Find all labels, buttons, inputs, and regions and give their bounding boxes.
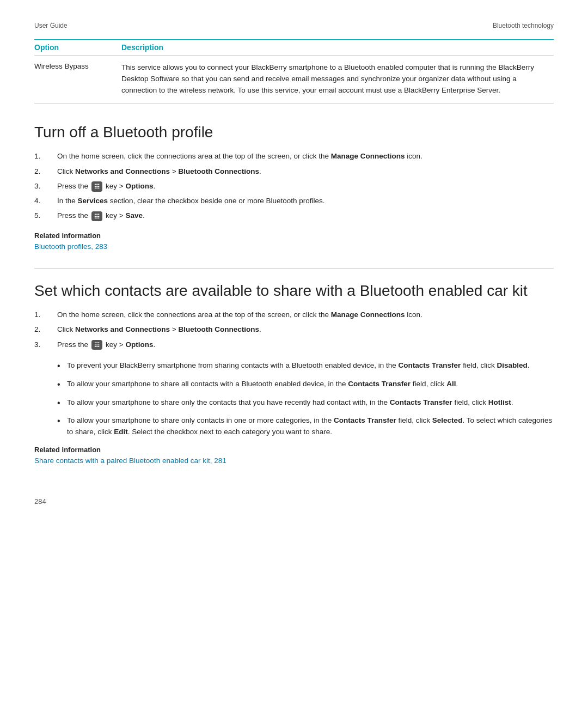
section2-bullets: • To prevent your BlackBerry smartphone … <box>57 360 554 438</box>
step-num: 1. <box>34 151 57 162</box>
step-1-5: 5. Press the ☷ key > Save. <box>34 210 554 221</box>
step-content: On the home screen, click the connection… <box>57 309 554 320</box>
step-num: 2. <box>34 324 57 335</box>
key-icon: ☷ <box>91 181 103 192</box>
section1-related-label: Related information <box>34 232 554 240</box>
step-1-1: 1. On the home screen, click the connect… <box>34 151 554 162</box>
header-right: Bluetooth technology <box>493 22 554 29</box>
section2-related-link[interactable]: Share contacts with a paired Bluetooth e… <box>34 457 226 465</box>
step-1-3: 3. Press the ☷ key > Options. <box>34 181 554 192</box>
section-divider <box>34 268 554 269</box>
step-2-1: 1. On the home screen, click the connect… <box>34 309 554 320</box>
section2-steps: 1. On the home screen, click the connect… <box>34 309 554 350</box>
page-number: 284 <box>34 497 46 506</box>
key-icon: ☷ <box>91 340 103 350</box>
page-footer: 284 <box>34 497 554 506</box>
header-left: User Guide <box>34 22 68 29</box>
step-num: 1. <box>34 309 57 320</box>
section2-title: Set which contacts are available to shar… <box>34 282 554 300</box>
step-2-2: 2. Click Networks and Connections > Blue… <box>34 324 554 335</box>
step-content: Press the ☷ key > Options. <box>57 181 554 192</box>
table-row: Wireless Bypass This service allows you … <box>34 56 554 103</box>
col-desc-header: Description <box>121 43 554 52</box>
bullet-dot: • <box>57 397 67 410</box>
step-num: 4. <box>34 196 57 206</box>
table-container: Option Description Wireless Bypass This … <box>34 40 554 104</box>
table-header-row: Option Description <box>34 40 554 56</box>
bullet-dot: • <box>57 360 67 373</box>
bullet-item-2: • To allow your smartphone to share all … <box>57 379 554 392</box>
page-header: User Guide Bluetooth technology <box>34 22 554 29</box>
bullet-item-4: • To allow your smartphone to share only… <box>57 415 554 438</box>
section2-related-label: Related information <box>34 446 554 454</box>
step-num: 3. <box>34 339 57 350</box>
step-content: On the home screen, click the connection… <box>57 151 554 162</box>
bullet-item-1: • To prevent your BlackBerry smartphone … <box>57 360 554 373</box>
step-num: 3. <box>34 181 57 192</box>
step-1-4: 4. In the Services section, clear the ch… <box>34 196 554 206</box>
bullet-content: To prevent your BlackBerry smartphone fr… <box>67 360 554 373</box>
step-content: In the Services section, clear the check… <box>57 196 554 206</box>
col-option-header: Option <box>34 43 121 52</box>
step-content: Click Networks and Connections > Bluetoo… <box>57 166 554 177</box>
step-num: 2. <box>34 166 57 177</box>
step-num: 5. <box>34 210 57 221</box>
section1-steps: 1. On the home screen, click the connect… <box>34 151 554 221</box>
table-cell-desc: This service allows you to connect your … <box>121 62 554 96</box>
step-content: Click Networks and Connections > Bluetoo… <box>57 324 554 335</box>
step-2-3: 3. Press the ☷ key > Options. <box>34 339 554 350</box>
bullet-item-3: • To allow your smartphone to share only… <box>57 397 554 410</box>
bullet-dot: • <box>57 415 67 438</box>
step-1-2: 2. Click Networks and Connections > Blue… <box>34 166 554 177</box>
bullet-content: To allow your smartphone to share only t… <box>67 397 554 410</box>
key-icon: ☷ <box>91 211 103 222</box>
section1-title: Turn off a Bluetooth profile <box>34 123 554 142</box>
step-content: Press the ☷ key > Options. <box>57 339 554 350</box>
section1-related-link[interactable]: Bluetooth profiles, 283 <box>34 242 107 251</box>
bullet-content: To allow your smartphone to share all co… <box>67 379 554 392</box>
table-cell-option: Wireless Bypass <box>34 62 121 96</box>
step-content: Press the ☷ key > Save. <box>57 210 554 221</box>
bullet-content: To allow your smartphone to share only c… <box>67 415 554 438</box>
bullet-dot: • <box>57 378 67 392</box>
